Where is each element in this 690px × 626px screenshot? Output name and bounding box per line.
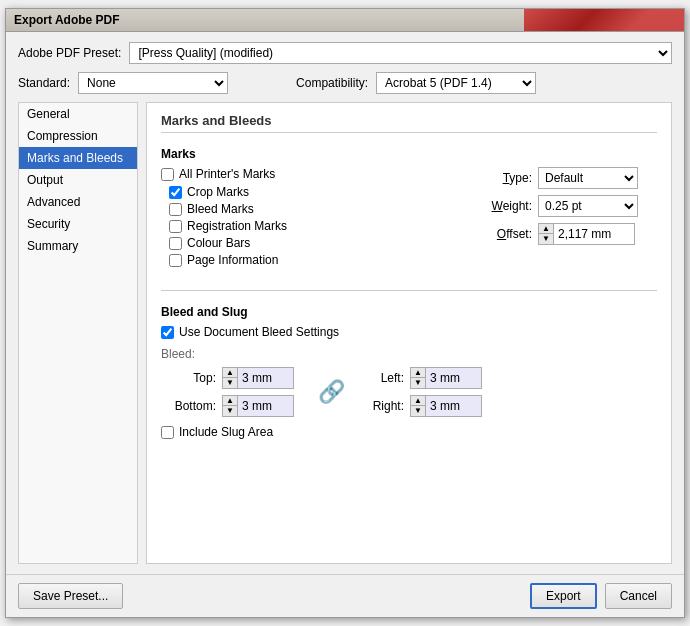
export-button[interactable]: Export [530,583,597,609]
bottom-spin-buttons: ▲ ▼ [223,396,238,416]
title-bar: Export Adobe PDF [6,9,684,32]
bottom-spin-up[interactable]: ▲ [223,396,237,406]
bottom-bleed-row: Bottom: ▲ ▼ [171,395,294,417]
sidebar-item-security[interactable]: Security [19,213,137,235]
type-label: Type: [477,171,532,185]
all-printers-marks-row: All Printer's Marks [161,167,477,181]
sidebar-item-marks-bleeds[interactable]: Marks and Bleeds [19,147,137,169]
weight-select[interactable]: 0.25 pt [538,195,638,217]
crop-marks-checkbox[interactable] [169,186,182,199]
offset-spin-down[interactable]: ▼ [539,234,553,244]
top-bleed-label: Top: [171,371,216,385]
left-spin-up[interactable]: ▲ [411,368,425,378]
registration-marks-row: Registration Marks [169,219,477,233]
right-bleed-input[interactable] [426,396,481,416]
offset-row: Offset: ▲ ▼ [477,223,657,245]
right-bleed-row: Right: ▲ ▼ [369,395,482,417]
top-bleed-row: Top: ▲ ▼ [171,367,294,389]
sidebar: General Compression Marks and Bleeds Out… [18,102,138,564]
content-panel: Marks and Bleeds Marks All Printer's Mar… [146,102,672,564]
sidebar-item-advanced[interactable]: Advanced [19,191,137,213]
bleed-right-col: Left: ▲ ▼ Right: [369,367,482,417]
colour-bars-checkbox[interactable] [169,237,182,250]
bleed-marks-checkbox[interactable] [169,203,182,216]
right-buttons: Export Cancel [530,583,672,609]
slug-row: Include Slug Area [161,425,657,439]
marks-list: All Printer's Marks Crop Marks Bleed Mar… [161,167,477,270]
left-bleed-input[interactable] [426,368,481,388]
preset-label: Adobe PDF Preset: [18,46,121,60]
bleed-left-col: Top: ▲ ▼ Bottom: [171,367,294,417]
use-doc-bleed-row: Use Document Bleed Settings [161,325,657,339]
chain-link-icon: 🔗 [318,379,345,405]
preset-select[interactable]: [Press Quality] (modified) [129,42,672,64]
left-bleed-label: Left: [369,371,404,385]
all-printers-marks-checkbox[interactable] [161,168,174,181]
offset-label: Offset: [477,227,532,241]
dialog-title: Export Adobe PDF [14,13,120,27]
top-bleed-input[interactable] [238,368,293,388]
right-bleed-label: Right: [369,399,404,413]
slug-label: Include Slug Area [179,425,273,439]
sidebar-item-compression[interactable]: Compression [19,125,137,147]
bleed-section-label: Bleed and Slug [161,305,657,319]
left-bleed-row: Left: ▲ ▼ [369,367,482,389]
marks-section: Marks All Printer's Marks Crop Mar [161,147,657,270]
right-bleed-input-wrap: ▲ ▼ [410,395,482,417]
colour-bars-row: Colour Bars [169,236,477,250]
offset-spin-up[interactable]: ▲ [539,224,553,234]
dialog-body: Adobe PDF Preset: [Press Quality] (modif… [6,32,684,574]
type-panel: Type: Default Weight: 0.25 pt [477,167,657,245]
marks-section-label: Marks [161,147,657,161]
bottom-bar: Save Preset... Export Cancel [6,574,684,617]
top-bleed-input-wrap: ▲ ▼ [222,367,294,389]
sidebar-item-summary[interactable]: Summary [19,235,137,257]
page-info-checkbox[interactable] [169,254,182,267]
cancel-button[interactable]: Cancel [605,583,672,609]
crop-marks-row: Crop Marks [169,185,477,199]
left-spin-down[interactable]: ▼ [411,378,425,388]
right-spin-up[interactable]: ▲ [411,396,425,406]
weight-label: Weight: [477,199,532,213]
bottom-bleed-input-wrap: ▲ ▼ [222,395,294,417]
registration-marks-checkbox[interactable] [169,220,182,233]
colour-bars-label: Colour Bars [187,236,250,250]
right-spin-down[interactable]: ▼ [411,406,425,416]
left-bleed-input-wrap: ▲ ▼ [410,367,482,389]
crop-marks-label: Crop Marks [187,185,249,199]
top-spin-buttons: ▲ ▼ [223,368,238,388]
slug-checkbox[interactable] [161,426,174,439]
bleed-marks-label: Bleed Marks [187,202,254,216]
bottom-bleed-label: Bottom: [171,399,216,413]
compatibility-select[interactable]: Acrobat 5 (PDF 1.4) [376,72,536,94]
export-pdf-dialog: Export Adobe PDF Adobe PDF Preset: [Pres… [5,8,685,618]
sidebar-item-output[interactable]: Output [19,169,137,191]
standard-label: Standard: [18,76,70,90]
offset-spin-buttons: ▲ ▼ [539,224,554,244]
type-row: Type: Default [477,167,657,189]
section-divider [161,290,657,291]
standard-select[interactable]: None [78,72,228,94]
bleed-fields: Top: ▲ ▼ Bottom: [171,367,657,417]
use-doc-bleed-label: Use Document Bleed Settings [179,325,339,339]
bottom-bleed-input[interactable] [238,396,293,416]
preset-row: Adobe PDF Preset: [Press Quality] (modif… [18,42,672,64]
left-spin-buttons: ▲ ▼ [411,368,426,388]
all-printers-marks-label: All Printer's Marks [179,167,275,181]
type-select[interactable]: Default [538,167,638,189]
page-info-label: Page Information [187,253,278,267]
compatibility-label: Compatibility: [296,76,368,90]
top-spin-down[interactable]: ▼ [223,378,237,388]
use-doc-bleed-checkbox[interactable] [161,326,174,339]
std-compat-row: Standard: None Compatibility: Acrobat 5 … [18,72,672,94]
marks-and-type: All Printer's Marks Crop Marks Bleed Mar… [161,167,657,270]
bottom-spin-down[interactable]: ▼ [223,406,237,416]
bleed-marks-row: Bleed Marks [169,202,477,216]
right-spin-buttons: ▲ ▼ [411,396,426,416]
save-preset-button[interactable]: Save Preset... [18,583,123,609]
registration-marks-label: Registration Marks [187,219,287,233]
offset-input[interactable] [554,224,634,244]
top-spin-up[interactable]: ▲ [223,368,237,378]
page-info-row: Page Information [169,253,477,267]
sidebar-item-general[interactable]: General [19,103,137,125]
